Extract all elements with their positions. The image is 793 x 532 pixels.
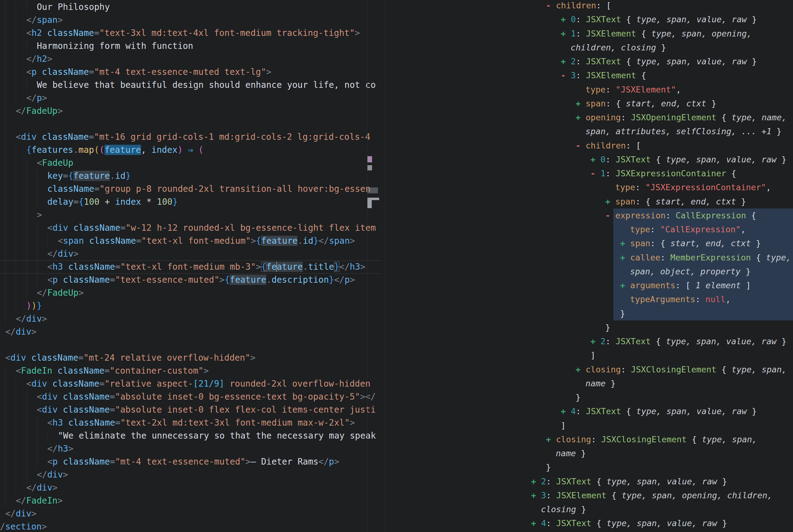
code-line[interactable]: </FadeUp> xyxy=(0,104,381,117)
expand-toggle-icon[interactable]: + xyxy=(561,29,571,38)
ast-row[interactable]: + opening: JSXOpeningElement { type, nam… xyxy=(385,110,793,124)
code-line[interactable]: </div> xyxy=(0,481,381,494)
ast-row[interactable]: + span: { start, end, ctxt } xyxy=(385,194,793,208)
collapse-toggle-icon[interactable]: - xyxy=(546,1,556,10)
ast-row[interactable]: type: "JSXExpressionContainer", xyxy=(385,180,793,194)
code-line[interactable]: <h3 className="text-xl font-medium mb-3"… xyxy=(0,261,381,273)
expand-toggle-icon[interactable]: + xyxy=(561,15,571,24)
code-line[interactable]: </div> xyxy=(0,468,381,481)
code-line[interactable]: <FadeUp xyxy=(0,156,381,170)
code-line[interactable]: Our Philosophy xyxy=(0,1,381,14)
code-line[interactable]: <div className="relative aspect-[21/9] r… xyxy=(0,377,381,390)
code-line[interactable]: > xyxy=(0,208,381,222)
code-line[interactable]: className="group p-8 rounded-2xl transit… xyxy=(0,183,381,195)
expand-toggle-icon[interactable]: + xyxy=(546,435,556,444)
expand-toggle-icon[interactable]: + xyxy=(605,197,616,206)
ast-row[interactable]: - children: [ xyxy=(385,138,793,152)
expand-toggle-icon[interactable]: + xyxy=(576,99,586,108)
ast-row[interactable]: + 2: JSXText { type, span, value, raw } xyxy=(385,334,793,348)
expand-toggle-icon[interactable]: + xyxy=(620,239,630,248)
ast-row[interactable]: children, closing } xyxy=(385,40,793,54)
ast-row[interactable]: } xyxy=(385,390,793,404)
ast-row[interactable]: + 2: JSXText { type, span, value, raw } xyxy=(385,474,793,488)
code-editor-pane[interactable]: Our Philosophy</span><h2 className="text… xyxy=(0,0,381,532)
ast-row[interactable]: + 4: JSXText { type, span, value, raw } xyxy=(385,516,793,530)
code-line[interactable]: </h2> xyxy=(0,53,381,65)
ast-row[interactable]: type: "JSXElement", xyxy=(385,82,793,96)
ast-row[interactable]: ] xyxy=(385,348,793,362)
ast-row[interactable]: + 3: JSXElement { type, span, opening, c… xyxy=(385,488,793,502)
code-line[interactable]: </h3> xyxy=(0,442,381,455)
ast-row[interactable]: } xyxy=(385,320,793,334)
ast-row[interactable]: + 0: JSXText { type, span, value, raw } xyxy=(385,152,793,166)
code-line[interactable]: </FadeIn> xyxy=(0,494,381,507)
code-line[interactable]: <div className="w-12 h-12 rounded-xl bg-… xyxy=(0,222,381,234)
code-line[interactable]: delay={100 + index * 100} xyxy=(0,195,381,208)
ast-row[interactable]: + 2: JSXText { type, span, value, raw } xyxy=(385,54,793,68)
expand-toggle-icon[interactable]: + xyxy=(531,477,541,486)
code-line[interactable]: <span className="text-xl font-medium">{f… xyxy=(0,234,381,247)
ast-row[interactable]: + span: { start, end, ctxt } xyxy=(385,236,793,250)
code-line[interactable]: <div className="absolute inset-0 flex fl… xyxy=(0,403,381,416)
ast-row[interactable]: + 1: JSXElement { type, span, opening, xyxy=(385,26,793,40)
code-line[interactable]: </div> xyxy=(0,312,381,325)
ast-row[interactable]: } xyxy=(385,306,793,320)
expand-toggle-icon[interactable]: + xyxy=(576,113,586,122)
ast-row[interactable]: ] xyxy=(385,418,793,432)
code-line[interactable]: <div className="mt-24 relative overflow-… xyxy=(0,352,381,364)
code-line[interactable]: Harmonizing form with function xyxy=(0,40,381,53)
expand-toggle-icon[interactable]: + xyxy=(531,518,541,528)
code-line[interactable]: <FadeIn className="container-custom"> xyxy=(0,364,381,377)
code-line-blank[interactable] xyxy=(0,117,381,131)
code-line[interactable]: {features.map((feature, index) ⇒ ( xyxy=(0,144,381,156)
code-line[interactable]: <p className="mt-4 text-essence-muted te… xyxy=(0,65,381,79)
code-line[interactable]: key={feature.id} xyxy=(0,170,381,183)
ast-tree-pane[interactable]: - children: [+ 0: JSXText { type, span, … xyxy=(385,0,793,532)
code-line[interactable]: ))} xyxy=(0,299,381,312)
collapse-toggle-icon[interactable]: - xyxy=(605,211,616,220)
code-line[interactable]: <p className="text-essence-muted">{featu… xyxy=(0,273,381,286)
collapse-toggle-icon[interactable]: - xyxy=(576,141,586,150)
code-line[interactable]: <p className="mt-4 text-essence-muted">—… xyxy=(0,455,381,468)
ast-row[interactable]: - children: [ xyxy=(385,0,793,12)
code-line-blank[interactable] xyxy=(0,338,381,352)
code-line[interactable]: <h2 className="text-3xl md:text-4xl font… xyxy=(0,26,381,40)
code-line[interactable]: </span> xyxy=(0,14,381,26)
ast-row[interactable]: type: "CallExpression", xyxy=(385,222,793,236)
ast-row[interactable]: + 4: JSXText { type, span, value, raw } xyxy=(385,404,793,418)
code-line[interactable]: </p> xyxy=(0,92,381,104)
expand-toggle-icon[interactable]: + xyxy=(591,155,601,164)
expand-toggle-icon[interactable]: + xyxy=(620,253,630,262)
ast-row[interactable]: + closing: JSXClosingElement { type, spa… xyxy=(385,432,793,446)
code-line[interactable]: <h3 className="text-2xl md:text-3xl font… xyxy=(0,416,381,429)
code-line[interactable]: We believe that beautiful design should … xyxy=(0,79,381,92)
code-line[interactable]: </div> xyxy=(0,507,381,520)
expand-toggle-icon[interactable]: + xyxy=(561,57,571,66)
ast-row[interactable]: span, attributes, selfClosing, ... +1 } xyxy=(385,124,793,138)
code-line[interactable]: </div> xyxy=(0,247,381,261)
ast-row[interactable]: } xyxy=(385,460,793,474)
ast-row[interactable]: + arguments: [ 1 element ] xyxy=(385,278,793,292)
expand-toggle-icon[interactable]: + xyxy=(576,365,586,374)
code-line[interactable]: </FadeUp> xyxy=(0,286,381,299)
code-line[interactable]: </section> xyxy=(0,520,381,532)
collapse-toggle-icon[interactable]: - xyxy=(561,71,571,80)
code-line[interactable]: <div className="absolute inset-0 bg-esse… xyxy=(0,390,381,403)
ast-row[interactable]: + closing: JSXClosingElement { type, spa… xyxy=(385,362,793,376)
ast-row[interactable]: - 1: JSXExpressionContainer { xyxy=(385,166,793,180)
code-line[interactable]: <div className="mt-16 grid grid-cols-1 m… xyxy=(0,131,381,144)
ast-row[interactable]: name } xyxy=(385,446,793,460)
ast-row[interactable]: closing } xyxy=(385,502,793,516)
expand-toggle-icon[interactable]: + xyxy=(531,491,541,500)
code-line[interactable]: "We eliminate the unnecessary so that th… xyxy=(0,429,381,442)
ast-row[interactable]: typeArguments: null, xyxy=(385,292,793,306)
expand-toggle-icon[interactable]: + xyxy=(591,337,601,346)
expand-toggle-icon[interactable]: + xyxy=(561,406,571,416)
code-line[interactable]: </div> xyxy=(0,325,381,338)
ast-row[interactable]: + callee: MemberExpression { type, xyxy=(385,250,793,264)
ast-row[interactable]: name } xyxy=(385,376,793,390)
ast-row[interactable]: - 3: JSXElement { xyxy=(385,68,793,82)
ast-row[interactable]: - expression: CallExpression { xyxy=(385,208,793,222)
ast-row[interactable]: + span: { start, end, ctxt } xyxy=(385,96,793,110)
collapse-toggle-icon[interactable]: - xyxy=(591,169,601,178)
